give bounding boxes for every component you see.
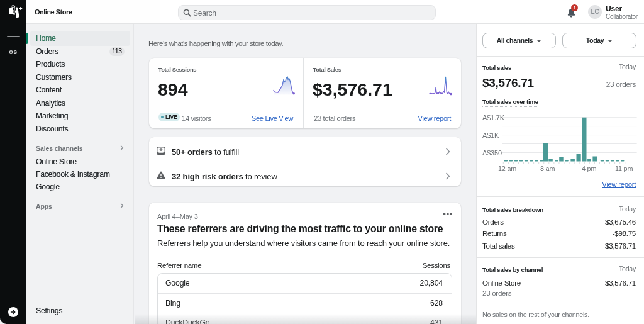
svg-text:8 am: 8 am [540, 165, 555, 172]
svg-text:A$350: A$350 [482, 149, 502, 157]
svg-text:A$1K: A$1K [482, 131, 499, 139]
svg-text:12 am: 12 am [498, 165, 516, 172]
svg-text:4 pm: 4 pm [582, 165, 596, 172]
svg-text:A$1.7K: A$1.7K [482, 114, 505, 121]
svg-text:11 pm: 11 pm [615, 165, 633, 172]
